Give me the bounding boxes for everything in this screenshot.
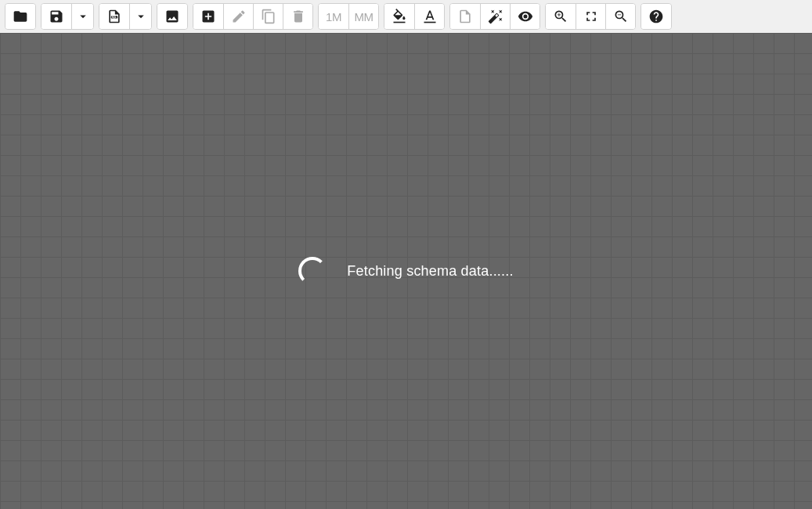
note-button bbox=[450, 4, 480, 29]
tools-group bbox=[449, 3, 540, 30]
copy-icon bbox=[261, 9, 276, 24]
save-dropdown-button[interactable] bbox=[71, 4, 93, 29]
sql-file-button[interactable]: SQL bbox=[99, 4, 129, 29]
image-icon bbox=[164, 9, 180, 24]
folder-icon bbox=[13, 9, 28, 24]
paint-bucket-icon bbox=[392, 9, 407, 24]
toolbar: SQL bbox=[0, 0, 812, 33]
svg-rect-2 bbox=[394, 22, 406, 23]
one-many-icon: 1M bbox=[326, 10, 341, 23]
save-group bbox=[41, 3, 94, 30]
loading-text: Fetching schema data...... bbox=[347, 263, 513, 280]
zoom-fit-button[interactable] bbox=[576, 4, 605, 29]
design-canvas[interactable]: Fetching schema data...... bbox=[0, 33, 812, 509]
many-many-icon: MM bbox=[355, 10, 374, 23]
svg-rect-3 bbox=[424, 22, 435, 23]
delete-button bbox=[283, 4, 312, 29]
zoom-in-icon bbox=[553, 9, 568, 24]
image-group bbox=[157, 3, 188, 30]
open-button[interactable] bbox=[5, 4, 35, 29]
edit-group bbox=[193, 3, 313, 30]
relation-group: 1M MM bbox=[318, 3, 379, 30]
fullscreen-icon bbox=[583, 9, 599, 24]
chevron-down-icon bbox=[76, 9, 90, 23]
show-details-button[interactable] bbox=[510, 4, 540, 29]
spinner-icon bbox=[298, 257, 327, 285]
text-color-button[interactable] bbox=[414, 4, 444, 29]
note-icon bbox=[457, 9, 473, 24]
file-group bbox=[5, 3, 36, 30]
text-color-icon bbox=[422, 9, 438, 24]
loading-overlay: Fetching schema data...... bbox=[0, 33, 812, 509]
save-icon bbox=[49, 9, 64, 24]
fill-color-button[interactable] bbox=[384, 4, 414, 29]
help-group bbox=[641, 3, 672, 30]
plus-box-icon bbox=[200, 9, 216, 24]
zoom-group bbox=[545, 3, 636, 30]
color-group bbox=[384, 3, 445, 30]
add-button[interactable] bbox=[193, 4, 223, 29]
copy-button bbox=[253, 4, 283, 29]
zoom-in-button[interactable] bbox=[546, 4, 576, 29]
pencil-icon bbox=[231, 9, 247, 24]
help-button[interactable] bbox=[641, 4, 671, 29]
zoom-out-button[interactable] bbox=[605, 4, 635, 29]
trash-icon bbox=[291, 9, 306, 24]
auto-align-button[interactable] bbox=[480, 4, 510, 29]
sql-dropdown-button[interactable] bbox=[129, 4, 151, 29]
image-button[interactable] bbox=[157, 4, 187, 29]
help-icon bbox=[648, 9, 664, 24]
eye-icon bbox=[518, 9, 533, 24]
one-many-button: 1M bbox=[319, 4, 348, 29]
svg-text:SQL: SQL bbox=[112, 16, 117, 19]
many-many-button: MM bbox=[348, 4, 378, 29]
magic-wand-icon bbox=[488, 9, 503, 24]
save-button[interactable] bbox=[42, 4, 71, 29]
sql-file-icon: SQL bbox=[106, 9, 122, 24]
edit-button bbox=[223, 4, 253, 29]
sql-group: SQL bbox=[99, 3, 152, 30]
zoom-out-icon bbox=[613, 9, 629, 24]
chevron-down-icon bbox=[134, 9, 148, 23]
